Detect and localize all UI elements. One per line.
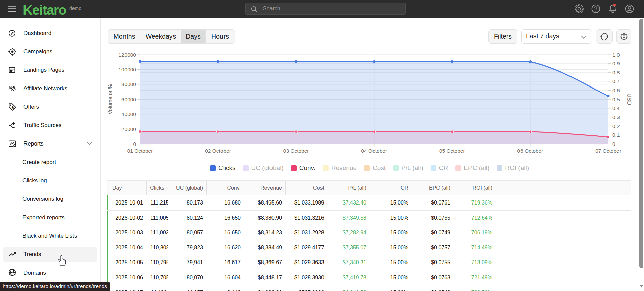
svg-text:0.3: 0.3	[612, 114, 620, 120]
svg-text:0.5: 0.5	[612, 97, 620, 102]
svg-text:0.1: 0.1	[612, 132, 620, 138]
svg-text:02 October: 02 October	[205, 148, 231, 154]
svg-text:80000: 80000	[121, 81, 136, 87]
svg-text:01 October: 01 October	[127, 148, 153, 154]
svg-text:40000: 40000	[121, 111, 136, 117]
svg-text:07 October: 07 October	[595, 148, 621, 154]
svg-text:0.9: 0.9	[612, 61, 620, 66]
svg-text:0: 0	[612, 141, 615, 147]
svg-text:0.2: 0.2	[612, 123, 620, 129]
svg-text:0.4: 0.4	[612, 105, 620, 111]
svg-text:0: 0	[133, 141, 136, 147]
svg-text:60000: 60000	[121, 97, 136, 102]
svg-text:06 October: 06 October	[517, 148, 543, 154]
svg-text:Volume or %: Volume or %	[107, 84, 113, 115]
svg-text:04 October: 04 October	[361, 148, 387, 154]
svg-text:100000: 100000	[118, 67, 136, 72]
svg-text:0.7: 0.7	[612, 78, 620, 84]
svg-text:05 October: 05 October	[439, 148, 465, 154]
svg-text:1.0: 1.0	[612, 52, 620, 58]
svg-text:0.6: 0.6	[612, 88, 620, 93]
svg-text:0.8: 0.8	[612, 70, 620, 75]
svg-text:USD: USD	[626, 94, 632, 105]
svg-text:20000: 20000	[121, 126, 136, 132]
svg-text:120000: 120000	[118, 52, 136, 58]
svg-text:03 October: 03 October	[283, 148, 309, 154]
